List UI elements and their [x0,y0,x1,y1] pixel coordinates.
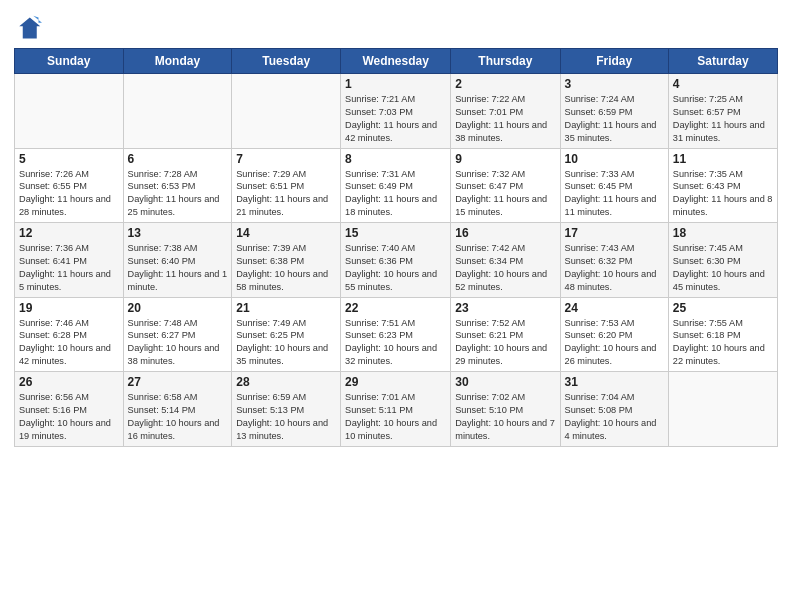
calendar-cell: 13Sunrise: 7:38 AM Sunset: 6:40 PM Dayli… [123,223,232,298]
calendar-cell: 25Sunrise: 7:55 AM Sunset: 6:18 PM Dayli… [668,297,777,372]
week-row-4: 19Sunrise: 7:46 AM Sunset: 6:28 PM Dayli… [15,297,778,372]
day-info: Sunrise: 7:36 AM Sunset: 6:41 PM Dayligh… [19,242,119,294]
day-number: 12 [19,226,119,240]
week-row-5: 26Sunrise: 6:56 AM Sunset: 5:16 PM Dayli… [15,372,778,447]
week-row-2: 5Sunrise: 7:26 AM Sunset: 6:55 PM Daylig… [15,148,778,223]
day-number: 18 [673,226,773,240]
day-number: 31 [565,375,664,389]
day-info: Sunrise: 7:28 AM Sunset: 6:53 PM Dayligh… [128,168,228,220]
day-info: Sunrise: 7:48 AM Sunset: 6:27 PM Dayligh… [128,317,228,369]
day-number: 26 [19,375,119,389]
day-number: 13 [128,226,228,240]
day-info: Sunrise: 6:56 AM Sunset: 5:16 PM Dayligh… [19,391,119,443]
day-info: Sunrise: 6:59 AM Sunset: 5:13 PM Dayligh… [236,391,336,443]
day-info: Sunrise: 7:26 AM Sunset: 6:55 PM Dayligh… [19,168,119,220]
day-info: Sunrise: 7:31 AM Sunset: 6:49 PM Dayligh… [345,168,446,220]
calendar-cell: 17Sunrise: 7:43 AM Sunset: 6:32 PM Dayli… [560,223,668,298]
day-number: 8 [345,152,446,166]
day-info: Sunrise: 7:45 AM Sunset: 6:30 PM Dayligh… [673,242,773,294]
day-number: 29 [345,375,446,389]
days-header-row: SundayMondayTuesdayWednesdayThursdayFrid… [15,49,778,74]
calendar-cell: 22Sunrise: 7:51 AM Sunset: 6:23 PM Dayli… [341,297,451,372]
day-number: 16 [455,226,555,240]
calendar-cell: 3Sunrise: 7:24 AM Sunset: 6:59 PM Daylig… [560,74,668,149]
day-number: 3 [565,77,664,91]
calendar-cell: 1Sunrise: 7:21 AM Sunset: 7:03 PM Daylig… [341,74,451,149]
day-info: Sunrise: 7:42 AM Sunset: 6:34 PM Dayligh… [455,242,555,294]
page-container: SundayMondayTuesdayWednesdayThursdayFrid… [0,0,792,455]
day-info: Sunrise: 7:21 AM Sunset: 7:03 PM Dayligh… [345,93,446,145]
day-info: Sunrise: 7:01 AM Sunset: 5:11 PM Dayligh… [345,391,446,443]
day-header-saturday: Saturday [668,49,777,74]
day-info: Sunrise: 7:04 AM Sunset: 5:08 PM Dayligh… [565,391,664,443]
calendar-cell: 21Sunrise: 7:49 AM Sunset: 6:25 PM Dayli… [232,297,341,372]
day-info: Sunrise: 7:39 AM Sunset: 6:38 PM Dayligh… [236,242,336,294]
day-info: Sunrise: 7:24 AM Sunset: 6:59 PM Dayligh… [565,93,664,145]
day-number: 1 [345,77,446,91]
logo-icon [14,14,42,42]
calendar-cell [668,372,777,447]
calendar-cell: 14Sunrise: 7:39 AM Sunset: 6:38 PM Dayli… [232,223,341,298]
day-info: Sunrise: 7:52 AM Sunset: 6:21 PM Dayligh… [455,317,555,369]
day-number: 7 [236,152,336,166]
calendar-cell: 15Sunrise: 7:40 AM Sunset: 6:36 PM Dayli… [341,223,451,298]
day-header-monday: Monday [123,49,232,74]
calendar-cell: 4Sunrise: 7:25 AM Sunset: 6:57 PM Daylig… [668,74,777,149]
calendar-cell: 26Sunrise: 6:56 AM Sunset: 5:16 PM Dayli… [15,372,124,447]
day-info: Sunrise: 7:49 AM Sunset: 6:25 PM Dayligh… [236,317,336,369]
calendar-cell: 18Sunrise: 7:45 AM Sunset: 6:30 PM Dayli… [668,223,777,298]
header [14,10,778,42]
day-number: 9 [455,152,555,166]
day-header-thursday: Thursday [451,49,560,74]
calendar-header: SundayMondayTuesdayWednesdayThursdayFrid… [15,49,778,74]
calendar-cell: 16Sunrise: 7:42 AM Sunset: 6:34 PM Dayli… [451,223,560,298]
day-info: Sunrise: 7:53 AM Sunset: 6:20 PM Dayligh… [565,317,664,369]
day-info: Sunrise: 7:32 AM Sunset: 6:47 PM Dayligh… [455,168,555,220]
day-number: 11 [673,152,773,166]
day-number: 19 [19,301,119,315]
day-number: 22 [345,301,446,315]
calendar-cell: 9Sunrise: 7:32 AM Sunset: 6:47 PM Daylig… [451,148,560,223]
day-number: 21 [236,301,336,315]
day-number: 15 [345,226,446,240]
day-number: 24 [565,301,664,315]
day-number: 25 [673,301,773,315]
day-info: Sunrise: 7:43 AM Sunset: 6:32 PM Dayligh… [565,242,664,294]
day-info: Sunrise: 7:02 AM Sunset: 5:10 PM Dayligh… [455,391,555,443]
day-number: 30 [455,375,555,389]
calendar-cell: 7Sunrise: 7:29 AM Sunset: 6:51 PM Daylig… [232,148,341,223]
calendar-cell [15,74,124,149]
calendar-cell [123,74,232,149]
day-number: 28 [236,375,336,389]
day-number: 2 [455,77,555,91]
day-info: Sunrise: 7:35 AM Sunset: 6:43 PM Dayligh… [673,168,773,220]
calendar-cell: 27Sunrise: 6:58 AM Sunset: 5:14 PM Dayli… [123,372,232,447]
day-info: Sunrise: 7:33 AM Sunset: 6:45 PM Dayligh… [565,168,664,220]
calendar-table: SundayMondayTuesdayWednesdayThursdayFrid… [14,48,778,447]
day-info: Sunrise: 7:38 AM Sunset: 6:40 PM Dayligh… [128,242,228,294]
day-info: Sunrise: 7:29 AM Sunset: 6:51 PM Dayligh… [236,168,336,220]
calendar-cell: 24Sunrise: 7:53 AM Sunset: 6:20 PM Dayli… [560,297,668,372]
day-info: Sunrise: 7:51 AM Sunset: 6:23 PM Dayligh… [345,317,446,369]
day-number: 4 [673,77,773,91]
calendar-cell: 23Sunrise: 7:52 AM Sunset: 6:21 PM Dayli… [451,297,560,372]
calendar-cell: 19Sunrise: 7:46 AM Sunset: 6:28 PM Dayli… [15,297,124,372]
day-info: Sunrise: 7:46 AM Sunset: 6:28 PM Dayligh… [19,317,119,369]
calendar-cell: 29Sunrise: 7:01 AM Sunset: 5:11 PM Dayli… [341,372,451,447]
calendar-cell [232,74,341,149]
calendar-cell: 6Sunrise: 7:28 AM Sunset: 6:53 PM Daylig… [123,148,232,223]
svg-marker-1 [19,18,40,39]
day-number: 14 [236,226,336,240]
calendar-cell: 5Sunrise: 7:26 AM Sunset: 6:55 PM Daylig… [15,148,124,223]
calendar-cell: 31Sunrise: 7:04 AM Sunset: 5:08 PM Dayli… [560,372,668,447]
day-info: Sunrise: 6:58 AM Sunset: 5:14 PM Dayligh… [128,391,228,443]
calendar-cell: 12Sunrise: 7:36 AM Sunset: 6:41 PM Dayli… [15,223,124,298]
calendar-cell: 28Sunrise: 6:59 AM Sunset: 5:13 PM Dayli… [232,372,341,447]
day-number: 10 [565,152,664,166]
day-number: 23 [455,301,555,315]
day-number: 5 [19,152,119,166]
day-header-wednesday: Wednesday [341,49,451,74]
calendar-cell: 8Sunrise: 7:31 AM Sunset: 6:49 PM Daylig… [341,148,451,223]
calendar-body: 1Sunrise: 7:21 AM Sunset: 7:03 PM Daylig… [15,74,778,447]
logo [14,14,46,42]
